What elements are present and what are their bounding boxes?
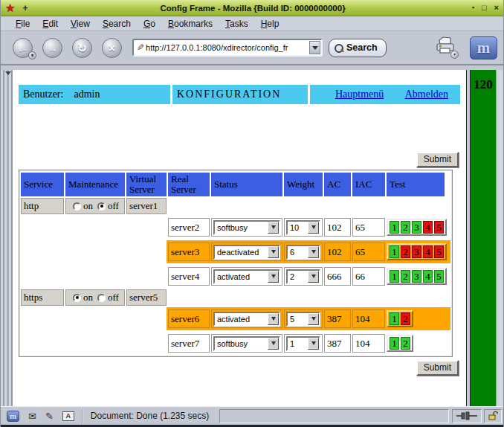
test-indicator[interactable]: 1 [390, 312, 399, 325]
forward-button[interactable]: → [42, 38, 62, 58]
weight-select[interactable]: 6 [286, 245, 320, 260]
test-indicator[interactable]: 2 [401, 337, 410, 350]
table-row: server3 deactivated 6 [21, 240, 450, 263]
stop-button[interactable]: × [102, 38, 122, 58]
test-indicator[interactable]: 3 [412, 221, 421, 234]
menu-bookmarks[interactable]: Bookmarks [168, 19, 213, 29]
url-bar[interactable]: ✎ http://127.0.0.1:8080/xdirector/config… [132, 39, 323, 57]
status-cell: softbusy [211, 218, 282, 237]
test-indicator[interactable]: 1 [390, 337, 399, 350]
maintenance-off-radio[interactable] [97, 294, 106, 302]
addressbook-icon[interactable]: A [62, 411, 74, 421]
menu-help[interactable]: Help [261, 19, 280, 29]
service-cell: http [21, 198, 64, 214]
test-indicator[interactable]: 3 [412, 245, 421, 258]
reload-icon: ↻ [77, 42, 87, 54]
test-indicator[interactable]: 4 [423, 245, 433, 258]
test-cell: 1 2 3 4 5 [387, 219, 445, 236]
weight-select[interactable]: 10 [286, 220, 320, 235]
maintenance-on-radio[interactable] [73, 294, 81, 302]
abmelden-link[interactable]: Abmelden [405, 89, 448, 100]
test-indicator[interactable]: 4 [423, 270, 433, 283]
test-indicator[interactable]: 1 [390, 221, 399, 234]
submit-button-bottom[interactable]: Submit [416, 360, 459, 376]
ac-cell: 102 [324, 243, 351, 261]
test-indicator[interactable]: 1 [390, 245, 399, 258]
menu-view[interactable]: View [71, 19, 90, 29]
weight-select[interactable]: 5 [286, 312, 320, 327]
chevron-down-icon[interactable] [268, 222, 279, 234]
test-indicator[interactable]: 5 [434, 245, 444, 258]
user-cell: Benutzer: admin [19, 85, 170, 104]
print-dropdown[interactable]: ▾ [450, 51, 459, 59]
status-select[interactable]: softbusy [213, 220, 280, 235]
status-select[interactable]: deactivated [213, 245, 280, 260]
security-panel[interactable] [484, 409, 502, 423]
test-cell: 1 2 3 4 5 [387, 268, 445, 285]
menu-go[interactable]: Go [143, 19, 155, 29]
hauptmenu-link[interactable]: Hauptmenü [335, 89, 384, 100]
chevron-down-icon[interactable] [268, 271, 279, 283]
plug-icon [456, 411, 478, 420]
statusbar: m ✉ ✎ A Document: Done (1.235 secs) [1, 406, 504, 425]
back-history-dropdown[interactable]: ▾ [28, 51, 36, 60]
table-row: server2 softbusy 10 [21, 216, 450, 239]
chevron-down-icon[interactable] [308, 313, 319, 325]
test-indicator[interactable]: 5 [434, 221, 444, 234]
navigator-icon[interactable]: m [7, 411, 19, 422]
menu-file[interactable]: File [16, 19, 30, 29]
test-indicator[interactable]: 2 [401, 245, 410, 258]
test-indicator[interactable]: 5 [434, 270, 444, 283]
iac-cell: 65 [352, 243, 385, 261]
page-title: KONFIGURATION [172, 85, 308, 104]
iac-cell: 65 [352, 218, 385, 237]
back-icon: ← [17, 42, 28, 54]
submit-button-top[interactable]: Submit [416, 152, 459, 167]
test-indicator[interactable]: 3 [412, 270, 421, 283]
statusbar-spacer [219, 409, 449, 423]
weight-cell: 1 [284, 334, 323, 353]
online-status-panel[interactable] [452, 409, 482, 423]
user-label: Benutzer: [23, 89, 63, 100]
status-select[interactable]: softbusy [213, 336, 280, 351]
chevron-down-icon[interactable] [268, 313, 279, 325]
iac-cell: 66 [352, 267, 385, 286]
menu-tasks[interactable]: Tasks [225, 19, 248, 29]
ac-cell: 102 [324, 218, 351, 237]
status-select[interactable]: activated [213, 312, 280, 327]
maintenance-on-radio[interactable] [73, 202, 81, 211]
url-input[interactable]: http://127.0.0.1:8080/xdirector/config_f… [144, 43, 309, 52]
maximize-button[interactable]: □ [482, 4, 487, 12]
reload-button[interactable]: ↻ [72, 38, 92, 58]
menu-edit[interactable]: Edit [42, 19, 58, 29]
test-indicator[interactable]: 2 [401, 270, 410, 283]
maintenance-cell: on off [65, 198, 125, 214]
search-button[interactable]: Search [329, 39, 387, 57]
maintenance-off-radio[interactable] [97, 202, 106, 211]
test-indicator[interactable]: 1 [390, 270, 399, 283]
mozilla-logo[interactable]: m [470, 36, 497, 60]
chevron-down-icon[interactable] [268, 338, 279, 350]
menu-search[interactable]: Search [103, 19, 131, 29]
header-service: Service [21, 173, 64, 196]
chevron-down-icon[interactable] [308, 271, 319, 283]
chevron-down-icon[interactable] [268, 246, 279, 258]
test-indicator[interactable]: 4 [423, 221, 433, 234]
back-button[interactable]: ← ▾ [13, 38, 33, 58]
chevron-down-icon[interactable] [308, 222, 319, 234]
composer-icon[interactable]: ✎ [45, 411, 54, 422]
chevron-down-icon[interactable] [308, 338, 319, 350]
status-select[interactable]: activated [213, 269, 280, 284]
test-indicator[interactable]: 2 [401, 312, 410, 325]
sidebar-splitter[interactable] [4, 70, 13, 406]
weight-select[interactable]: 2 [286, 269, 320, 284]
url-dropdown-button[interactable] [309, 41, 320, 54]
print-button[interactable]: ▾ [434, 36, 456, 59]
minimize-button[interactable]: ▪ [472, 4, 474, 12]
test-indicator[interactable]: 2 [401, 221, 410, 234]
sidebar-collapse-icon[interactable] [5, 71, 11, 75]
weight-select[interactable]: 1 [286, 336, 320, 351]
mail-icon[interactable]: ✉ [28, 411, 36, 422]
chevron-down-icon[interactable] [308, 246, 319, 258]
close-button[interactable]: × [494, 4, 499, 12]
